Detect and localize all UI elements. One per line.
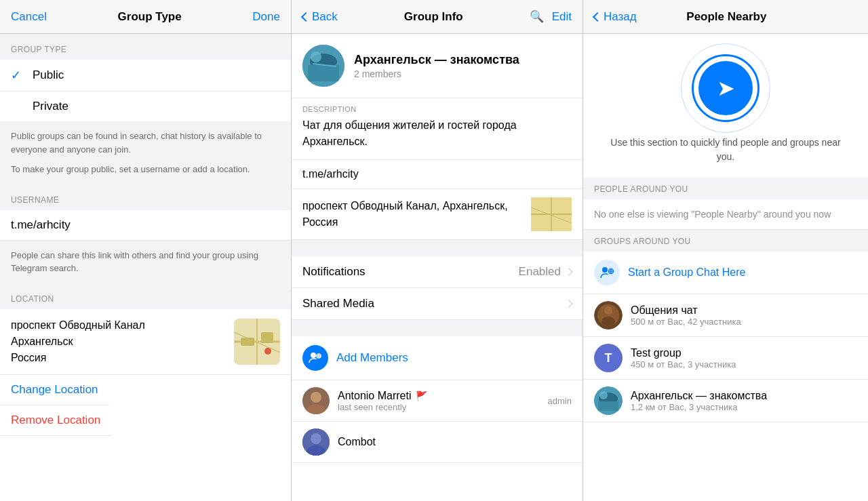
location-line1: проспект Обводный Канал bbox=[11, 317, 234, 334]
nearby-group-name-1: Общения чат bbox=[631, 304, 857, 317]
nearby-group-dist-2: 450 м от Вас, 3 участника bbox=[631, 359, 857, 369]
nearby-group-avatar-1 bbox=[594, 301, 623, 329]
start-group-icon bbox=[594, 260, 620, 285]
left-panel-content: GROUP TYPE ✓ Public Private Public group… bbox=[0, 34, 291, 501]
mid-nav-title: Group Info bbox=[404, 10, 463, 24]
remove-location-button[interactable]: Remove Location bbox=[0, 405, 111, 436]
location-line2: Архангельск bbox=[11, 334, 234, 350]
notifications-row[interactable]: Notifications Enabled bbox=[292, 256, 583, 288]
member-row-2: Combot bbox=[292, 422, 583, 463]
svg-rect-11 bbox=[308, 65, 339, 81]
svg-point-17 bbox=[311, 353, 316, 358]
svg-point-10 bbox=[326, 56, 334, 64]
location-section: проспект Обводный Канал Архангельск Росс… bbox=[0, 309, 291, 375]
change-location-button[interactable]: Change Location bbox=[0, 375, 109, 405]
location-circle-inner: ➤ bbox=[698, 61, 753, 115]
right-panel-content: ➤ Use this section to quickly find peopl… bbox=[583, 34, 868, 501]
cancel-button[interactable]: Cancel bbox=[11, 10, 47, 24]
location-text: проспект Обводный Канал Архангельск Росс… bbox=[11, 317, 234, 366]
location-circle: ➤ bbox=[692, 54, 760, 122]
location-section-label: LOCATION bbox=[0, 283, 291, 309]
private-option[interactable]: Private bbox=[0, 92, 291, 121]
svg-point-38 bbox=[599, 391, 608, 399]
right-back-chevron-icon bbox=[593, 12, 602, 21]
done-button[interactable]: Done bbox=[252, 10, 280, 24]
member-info-1: Antonio Marreti 🚩 last seen recently bbox=[338, 390, 548, 412]
svg-point-25 bbox=[311, 433, 321, 444]
start-group-label: Start a Group Chat Here bbox=[628, 266, 745, 279]
notifications-label: Notifications bbox=[302, 265, 519, 279]
spacer-2 bbox=[292, 320, 583, 336]
left-nav-title: Group Type bbox=[118, 10, 182, 24]
nearby-group-dist-3: 1,2 км от Вас, 3 участника bbox=[631, 402, 857, 412]
navigation-icon: ➤ bbox=[717, 75, 735, 101]
username-section: t.me/arhcity bbox=[0, 210, 291, 241]
notifications-chevron-icon bbox=[565, 268, 572, 275]
group-name: Архангельск — знакомства bbox=[354, 53, 519, 67]
group-avatar bbox=[302, 45, 344, 87]
nearby-group-row-1[interactable]: Общения чат 500 м от Вас, 42 участника bbox=[583, 294, 868, 337]
nearby-group-name-3: Архангельск — знакомства bbox=[631, 390, 857, 402]
spacer-1 bbox=[292, 240, 583, 256]
search-icon: 🔍 bbox=[530, 10, 544, 23]
mid-panel-content: Архангельск — знакомства 2 members DESCR… bbox=[292, 34, 583, 501]
nearby-group-name-2: Test group bbox=[631, 347, 857, 359]
right-nav-bar: Назад People Nearby bbox=[583, 0, 868, 34]
mid-edit-button[interactable]: Edit bbox=[552, 10, 572, 24]
svg-point-33 bbox=[604, 306, 612, 315]
group-type-section-label: GROUP TYPE bbox=[0, 34, 291, 60]
nearby-group-dist-1: 500 м от Вас, 42 участника bbox=[631, 317, 857, 327]
back-chevron-icon bbox=[301, 12, 311, 21]
right-back-button[interactable]: Назад bbox=[594, 10, 637, 24]
mid-location-row: проспект Обводный Канал, Архангельск, Ро… bbox=[292, 189, 583, 240]
mid-location-text: проспект Обводный Канал, Архангельск, Ро… bbox=[302, 198, 531, 231]
svg-point-6 bbox=[264, 348, 271, 355]
location-line3: Россия bbox=[11, 350, 234, 366]
shared-media-label: Shared Media bbox=[302, 297, 566, 310]
username-info-text: People can share this link with others a… bbox=[11, 249, 280, 275]
group-link[interactable]: t.me/arhcity bbox=[292, 160, 583, 189]
member-role-1: admin bbox=[548, 396, 572, 406]
mid-search-button[interactable]: 🔍 bbox=[530, 9, 544, 24]
no-one-viewing-text: No one else is viewing "People Nearby" a… bbox=[583, 199, 868, 230]
member-avatar-2 bbox=[302, 428, 330, 456]
nearby-group-row-3[interactable]: Архангельск — знакомства 1,2 км от Вас, … bbox=[583, 380, 868, 422]
notifications-value: Enabled bbox=[519, 265, 561, 279]
member-row-1: Antonio Marreti 🚩 last seen recently adm… bbox=[292, 380, 583, 422]
member-status-1: last seen recently bbox=[338, 402, 548, 412]
svg-point-9 bbox=[311, 52, 321, 62]
member-flag-icon: 🚩 bbox=[416, 390, 427, 401]
member-avatar-1 bbox=[302, 387, 330, 414]
nearby-group-avatar-3 bbox=[594, 386, 623, 415]
shared-media-row[interactable]: Shared Media bbox=[292, 288, 583, 320]
start-group-row[interactable]: Start a Group Chat Here bbox=[583, 252, 868, 294]
username-field[interactable]: t.me/arhcity bbox=[0, 210, 291, 241]
description-text: Чат для общения жителей и гостей города … bbox=[302, 117, 572, 150]
description-label: DESCRIPTION bbox=[302, 105, 572, 113]
public-info-box: Public groups can be found in search, ch… bbox=[0, 121, 291, 184]
right-back-label: Назад bbox=[604, 10, 637, 24]
mid-map-thumb bbox=[531, 197, 572, 231]
member-info-2: Combot bbox=[338, 436, 572, 448]
username-section-label: USERNAME bbox=[0, 184, 291, 210]
mid-back-button[interactable]: Back bbox=[302, 10, 338, 24]
nearby-group-info-1: Общения чат 500 м от Вас, 42 участника bbox=[631, 304, 857, 327]
svg-rect-4 bbox=[241, 338, 254, 346]
group-info: Архангельск — знакомства 2 members bbox=[354, 53, 519, 79]
nearby-group-avatar-2: T bbox=[594, 344, 623, 372]
groups-around-section-label: GROUPS AROUND YOU bbox=[583, 230, 868, 252]
mid-nav-actions: 🔍 Edit bbox=[530, 9, 572, 24]
public-option[interactable]: ✓ Public bbox=[0, 60, 291, 92]
public-info-text-2: To make your group public, set a usernam… bbox=[11, 163, 280, 176]
svg-point-27 bbox=[602, 267, 608, 273]
group-type-list: ✓ Public Private bbox=[0, 60, 291, 121]
left-nav-bar: Cancel Group Type Done bbox=[0, 0, 291, 34]
right-panel: Назад People Nearby ➤ Use this section t… bbox=[583, 0, 868, 501]
member-name-2: Combot bbox=[338, 436, 572, 448]
nearby-group-row-2[interactable]: T Test group 450 м от Вас, 3 участника bbox=[583, 337, 868, 380]
svg-point-34 bbox=[601, 317, 615, 326]
shared-media-chevron-icon bbox=[565, 300, 572, 307]
add-members-row[interactable]: Add Members bbox=[292, 336, 583, 380]
group-members: 2 members bbox=[354, 68, 519, 79]
right-nav-title: People Nearby bbox=[686, 10, 766, 24]
